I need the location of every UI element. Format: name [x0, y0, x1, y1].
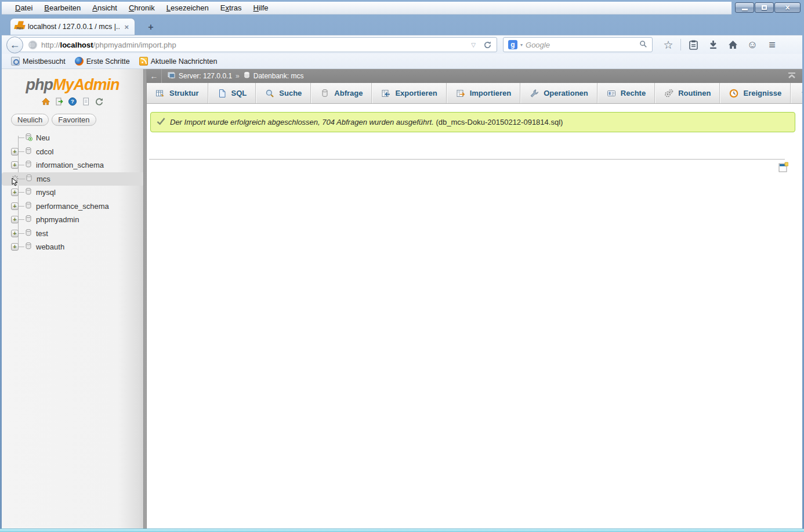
tab-mehr[interactable]: Mehr — [791, 83, 802, 103]
tab-strip: ▟▙PMA localhost / 127.0.0.1 / mcs |... ×… — [2, 15, 802, 35]
scroll-top-icon[interactable] — [787, 72, 796, 81]
maximize-icon — [762, 5, 767, 10]
close-button[interactable]: × — [774, 2, 801, 13]
new-tab-button[interactable]: + — [142, 21, 160, 33]
bookmark-meistbesucht[interactable]: Meistbesucht — [8, 56, 69, 67]
expand-icon[interactable]: + — [11, 148, 19, 155]
tree-item-webauth[interactable]: + webauth — [2, 240, 143, 254]
tab-routinen[interactable]: Routinen — [655, 83, 720, 103]
menu-ansicht[interactable]: Ansicht — [87, 2, 122, 13]
menu-hilfe[interactable]: Hilfe — [248, 2, 274, 13]
url-dropdown-icon[interactable]: ▽ — [469, 42, 478, 48]
menu-chronik[interactable]: Chronik — [124, 2, 160, 13]
rss-feed-icon — [139, 57, 148, 66]
menu-datei[interactable]: Datei — [10, 2, 38, 13]
extension-smiley-icon[interactable]: ☺ — [744, 37, 761, 52]
query-icon — [320, 89, 329, 98]
url-text[interactable]: http://localhost/phpmyadmin/import.php — [41, 41, 465, 49]
bookmark-erste-schritte[interactable]: Erste Schritte — [71, 56, 133, 67]
tab-abfrage[interactable]: Abfrage — [311, 83, 372, 103]
pma-help-icon[interactable]: ? — [68, 97, 77, 106]
downloads-icon[interactable] — [704, 37, 722, 52]
expand-icon[interactable]: + — [11, 161, 19, 169]
breadcrumb-server[interactable]: Server: 127.0.0.1 — [168, 72, 232, 81]
database-icon — [24, 242, 32, 252]
pma-nav-icons: ? — [2, 97, 143, 106]
tree-item-cdcol[interactable]: + cdcol — [2, 145, 143, 159]
firefox-icon — [75, 57, 84, 66]
window-controls: × — [735, 2, 801, 13]
search-bar[interactable]: g ▾ Google — [503, 37, 653, 52]
tree-item-new[interactable]: Neu — [2, 131, 143, 145]
minimize-button[interactable] — [735, 2, 754, 13]
browser-tab-phpmyadmin[interactable]: ▟▙PMA localhost / 127.0.0.1 / mcs |... × — [10, 18, 135, 35]
tree-item-mcs[interactable]: mcs — [2, 172, 143, 186]
mouse-cursor — [12, 178, 19, 189]
bookmark-aktuelle-nachrichten[interactable]: Aktuelle Nachrichten — [136, 56, 221, 67]
pma-home-icon[interactable] — [41, 97, 50, 106]
success-text: Der Import wurde erfolgreich abgeschloss… — [170, 118, 563, 126]
reload-icon[interactable] — [482, 41, 497, 49]
pma-doc-icon[interactable] — [81, 97, 90, 106]
engine-caret-icon[interactable]: ▾ — [520, 42, 523, 48]
expand-icon[interactable]: + — [11, 230, 19, 237]
home-icon[interactable] — [724, 37, 741, 52]
back-button[interactable]: ← — [6, 37, 23, 53]
site-identity-globe-icon[interactable] — [28, 41, 37, 49]
breadcrumb: ← Server: 127.0.0.1 » Datenbank: mcs — [147, 69, 802, 83]
firefox-menubar: Datei Bearbeiten Ansicht Chronik Lesezei… — [2, 2, 731, 15]
success-check-icon — [157, 117, 165, 127]
breadcrumb-back-button[interactable]: ← — [147, 69, 162, 83]
expand-icon[interactable]: + — [11, 189, 19, 196]
breadcrumb-database[interactable]: Datenbank: mcs — [243, 71, 304, 81]
tab-ereignisse[interactable]: Ereignisse — [720, 83, 791, 103]
tab-neulich[interactable]: Neulich — [11, 114, 49, 126]
import-icon — [456, 89, 465, 98]
menu-extras[interactable]: Extras — [215, 2, 247, 13]
tab-operationen[interactable]: Operationen — [520, 83, 597, 103]
bookmarks-menu-icon[interactable] — [685, 37, 702, 52]
expand-icon[interactable]: + — [11, 243, 19, 251]
pma-main-panel: ← Server: 127.0.0.1 » Datenbank: mcs Str… — [147, 69, 802, 529]
tab-struktur[interactable]: Struktur — [147, 83, 208, 103]
database-icon — [24, 160, 32, 170]
privileges-card-icon — [607, 89, 616, 98]
url-bar[interactable]: http://localhost/phpmyadmin/import.php ▽ — [19, 37, 497, 52]
open-new-window-icon[interactable] — [778, 162, 788, 175]
bookmarks-toolbar: Meistbesucht Erste Schritte Aktuelle Nac… — [2, 54, 802, 69]
pma-logo[interactable]: phpMyAdmin — [2, 76, 143, 94]
tab-favoriten[interactable]: Favoriten — [52, 114, 96, 126]
menu-bearbeiten[interactable]: Bearbeiten — [39, 2, 86, 13]
pma-logout-icon[interactable] — [55, 97, 64, 106]
tab-sql[interactable]: SQL — [208, 83, 256, 103]
tab-rechte[interactable]: Rechte — [597, 83, 655, 103]
tree-item-mysql[interactable]: + mysql — [2, 186, 143, 200]
expand-icon[interactable]: + — [11, 216, 19, 223]
menu-hamburger-icon[interactable]: ≡ — [763, 37, 781, 52]
tree-item-performance-schema[interactable]: + performance_schema — [2, 200, 143, 213]
database-icon — [24, 201, 32, 211]
menu-lesezeichen[interactable]: Lesezeichen — [161, 2, 214, 13]
search-input[interactable]: Google — [526, 41, 636, 49]
maximize-button[interactable] — [755, 2, 774, 13]
tree-item-phpmyadmin[interactable]: + phpmyadmin — [2, 213, 143, 227]
pma-refresh-icon[interactable] — [95, 97, 104, 106]
tab-suche[interactable]: Suche — [256, 83, 311, 103]
tab-close-icon[interactable]: × — [123, 23, 130, 31]
content-divider — [149, 159, 785, 160]
database-new-icon — [24, 133, 32, 143]
close-icon: × — [785, 3, 789, 12]
bookmark-star-icon[interactable]: ☆ — [660, 37, 677, 52]
database-tree: Neu + cdcol + information_schema mcs + — [2, 131, 143, 254]
expand-icon[interactable]: + — [11, 202, 19, 210]
tab-title: localhost / 127.0.0.1 / mcs |... — [28, 23, 119, 31]
tab-importieren[interactable]: Importieren — [447, 83, 521, 103]
tree-item-information-schema[interactable]: + information_schema — [2, 158, 143, 172]
database-icon — [24, 147, 32, 157]
google-engine-icon[interactable]: g — [508, 40, 517, 49]
sql-icon — [218, 89, 227, 98]
search-magnifier-icon[interactable] — [639, 40, 647, 50]
tab-exportieren[interactable]: Exportieren — [372, 83, 446, 103]
database-icon — [25, 174, 33, 184]
tree-item-test[interactable]: + test — [2, 227, 143, 241]
